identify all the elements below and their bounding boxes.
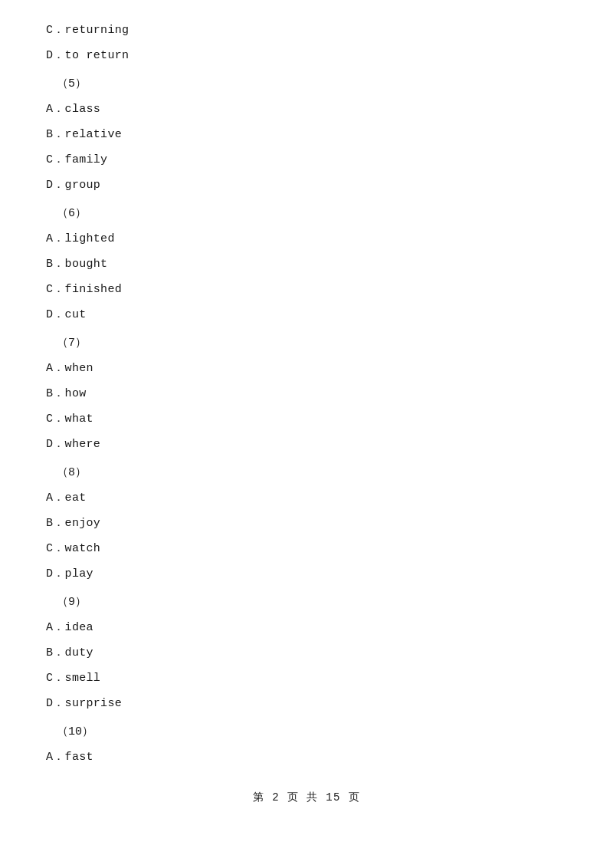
main-content: C．returningD．to return（5）A．classB．relati… (46, 20, 567, 768)
section-num-4: （8） (57, 462, 567, 483)
item-line-5-3: D．surprise (46, 693, 567, 714)
item-line-2-1: B．bought (46, 254, 567, 275)
item-line-4-1: B．enjoy (46, 513, 567, 534)
item-line-3-3: D．where (46, 434, 567, 455)
section-num-5: （9） (57, 592, 567, 613)
item-line-5-0: A．idea (46, 617, 567, 638)
footer-text: 第 2 页 共 15 页 (253, 791, 360, 804)
item-line-5-2: C．smell (46, 668, 567, 689)
item-line-3-2: C．what (46, 409, 567, 429)
item-line-2-0: A．lighted (46, 229, 567, 249)
section-num-6: （10） (57, 722, 567, 742)
item-line-2-2: C．finished (46, 279, 567, 300)
item-line-1-2: C．family (46, 150, 567, 170)
page-footer: 第 2 页 共 15 页 (46, 791, 567, 804)
item-line-3-1: B．how (46, 383, 567, 404)
item-line-0-0: C．returning (46, 20, 567, 41)
item-line-4-0: A．eat (46, 488, 567, 508)
item-line-1-1: B．relative (46, 124, 567, 145)
item-line-2-3: D．cut (46, 304, 567, 325)
item-line-3-0: A．when (46, 358, 567, 379)
section-num-2: （6） (57, 203, 567, 224)
item-line-6-0: A．fast (46, 747, 567, 768)
section-num-3: （7） (57, 333, 567, 353)
item-line-4-2: C．watch (46, 538, 567, 559)
item-line-0-1: D．to return (46, 45, 567, 66)
item-line-1-0: A．class (46, 99, 567, 120)
item-line-4-3: D．play (46, 564, 567, 584)
item-line-5-1: B．duty (46, 643, 567, 663)
item-line-1-3: D．group (46, 175, 567, 196)
section-num-1: （5） (57, 74, 567, 94)
